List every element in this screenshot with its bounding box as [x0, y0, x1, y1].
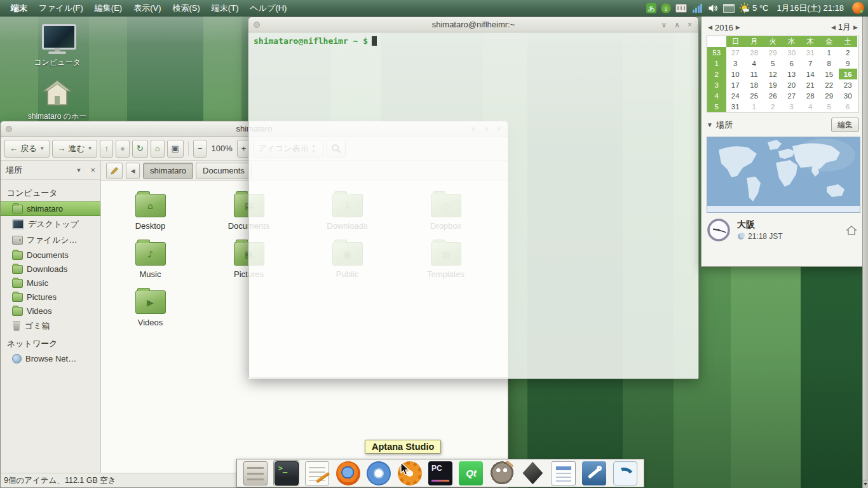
keyboard-layout-icon[interactable] — [675, 4, 687, 13]
calendar-day[interactable]: 29 — [764, 47, 783, 58]
month-prev-icon[interactable]: ◀ — [831, 24, 836, 30]
dock-text-editor-button[interactable] — [304, 460, 330, 486]
calendar-day[interactable]: 24 — [726, 90, 745, 101]
calendar-day[interactable]: 4 — [801, 101, 820, 112]
sidebar-item[interactable]: Music — [1, 276, 100, 290]
calendar-day[interactable]: 28 — [745, 47, 764, 58]
dock-firefox-button[interactable] — [335, 460, 360, 486]
software-update-icon[interactable]: ↓ — [661, 3, 671, 13]
year-prev-icon[interactable]: ◀ — [708, 24, 712, 30]
calendar-day[interactable]: 16 — [839, 69, 858, 79]
reload-button[interactable]: ↻ — [132, 140, 148, 158]
minimize-icon[interactable]: ∨ — [661, 20, 667, 29]
dock-workbench-button[interactable] — [581, 460, 607, 486]
sidebar-item[interactable]: Browse Net… — [1, 352, 100, 365]
volume-icon[interactable] — [708, 3, 718, 13]
expander-icon[interactable]: ▼ — [707, 121, 713, 128]
calendar-day[interactable]: 19 — [764, 79, 783, 90]
calendar-day[interactable]: 25 — [745, 90, 764, 101]
sidebar-item[interactable]: shimataro — [1, 201, 100, 216]
calendar-day[interactable]: 23 — [839, 79, 858, 90]
calendar-day[interactable]: 31 — [726, 101, 745, 112]
calendar-day[interactable]: 5 — [764, 58, 783, 69]
calendar-day[interactable]: 30 — [782, 47, 801, 58]
dock-terminal-button[interactable] — [273, 460, 299, 486]
panel-menu-item[interactable]: 端末(T) — [206, 0, 245, 16]
calendar-day[interactable]: 6 — [782, 58, 801, 69]
calendar-day[interactable]: 9 — [839, 58, 858, 69]
panel-menu-item[interactable]: 検索(S) — [167, 0, 206, 16]
window-list-icon[interactable] — [723, 4, 735, 13]
path-button[interactable]: Documents — [196, 163, 252, 179]
panel-menu-item[interactable]: 端末 — [5, 0, 33, 16]
calendar-day[interactable]: 17 — [726, 79, 745, 90]
close-icon[interactable]: × — [688, 20, 692, 29]
calendar-day[interactable]: 3 — [782, 101, 801, 112]
calendar-day[interactable]: 20 — [782, 79, 801, 90]
calendar-day[interactable]: 12 — [764, 69, 783, 79]
calendar-day[interactable]: 8 — [820, 58, 839, 69]
calendar-day[interactable]: 11 — [745, 69, 764, 79]
computer-button[interactable]: ▣ — [167, 140, 184, 158]
calendar-day[interactable]: 4 — [745, 58, 764, 69]
terminal-titlebar[interactable]: shimataro@niflheimr:~ ∨∧× — [248, 17, 698, 32]
up-button[interactable]: ↑ — [100, 140, 113, 158]
dock-writer-button[interactable] — [551, 460, 576, 486]
terminal-body[interactable]: shimataro@niflheimr ~ $ — [248, 32, 698, 379]
calendar-day[interactable]: 28 — [801, 90, 820, 101]
path-scroll-left-button[interactable]: ◀ — [126, 163, 140, 179]
calendar-day[interactable]: 3 — [726, 58, 745, 69]
calendar-day[interactable]: 14 — [801, 69, 820, 79]
sidebar-item[interactable]: ゴミ箱 — [1, 318, 100, 334]
calendar-day[interactable]: 2 — [764, 101, 783, 112]
panel-menu-item[interactable]: ファイル(F) — [33, 0, 89, 16]
sidebar-item[interactable]: Downloads — [1, 262, 100, 276]
calendar-day[interactable]: 1 — [745, 101, 764, 112]
forward-button[interactable]: →進む▼ — [52, 140, 97, 158]
year-next-icon[interactable]: ▶ — [736, 24, 740, 30]
calendar-day[interactable]: 15 — [820, 69, 839, 79]
forward-dropdown-icon[interactable]: ▼ — [88, 146, 93, 151]
panel-menu-item[interactable]: 表示(V) — [128, 0, 166, 16]
maximize-icon[interactable]: ∧ — [674, 20, 680, 29]
dock-mysql-button[interactable] — [613, 460, 638, 486]
dock-inkscape-button[interactable] — [520, 460, 545, 486]
sidebar-item[interactable]: Pictures — [1, 290, 100, 304]
back-dropdown-icon[interactable]: ▼ — [39, 146, 44, 151]
calendar-day[interactable]: 30 — [839, 90, 858, 101]
panel-menu-item[interactable]: 編集(E) — [89, 0, 128, 16]
dock-chromium-button[interactable] — [366, 460, 391, 486]
back-button[interactable]: ←戻る▼ — [4, 140, 50, 158]
zoom-out-button[interactable]: − — [193, 140, 207, 158]
calendar-day[interactable]: 27 — [726, 47, 745, 58]
weather-applet[interactable]: 5 °C — [739, 3, 768, 13]
calendar-day[interactable]: 5 — [820, 101, 839, 112]
folder-item[interactable]: ▶Videos — [112, 287, 189, 327]
desktop-icon-computer[interactable]: コンピュータ — [24, 23, 90, 68]
input-method-icon[interactable]: あ — [646, 3, 656, 13]
calendar-day[interactable]: 6 — [839, 101, 858, 112]
edit-locations-button[interactable]: 編集 — [831, 118, 859, 132]
calendar-day[interactable]: 31 — [801, 47, 820, 58]
calendar-day[interactable]: 22 — [820, 79, 839, 90]
home-button[interactable]: ⌂ — [151, 140, 165, 158]
home-location-icon[interactable] — [846, 226, 857, 235]
scrollbar-arrow-icon[interactable] — [863, 480, 868, 488]
path-edit-button[interactable] — [106, 163, 123, 179]
screen-edge-scrollbar[interactable] — [862, 17, 868, 488]
calendar-day[interactable]: 18 — [745, 79, 764, 90]
dock-qt-creator-button[interactable]: Qt — [458, 460, 484, 486]
sidebar-item[interactable]: ファイルシ… — [1, 233, 100, 248]
calendar-day[interactable]: 29 — [820, 90, 839, 101]
calendar-day[interactable]: 13 — [782, 69, 801, 79]
sidebar-item[interactable]: Documents — [1, 248, 100, 262]
sidebar-item[interactable]: デスクトップ — [1, 217, 100, 232]
calendar-day[interactable]: 1 — [820, 47, 839, 58]
network-monitor-icon[interactable] — [693, 4, 702, 13]
folder-item[interactable]: ⌂Desktop — [112, 190, 189, 231]
calendar-day[interactable]: 27 — [782, 90, 801, 101]
month-next-icon[interactable]: ▶ — [853, 24, 858, 30]
stop-button[interactable]: ● — [116, 140, 130, 158]
calendar-day[interactable]: 2 — [839, 47, 858, 58]
dock-phpstorm-button[interactable]: PC — [428, 460, 453, 486]
